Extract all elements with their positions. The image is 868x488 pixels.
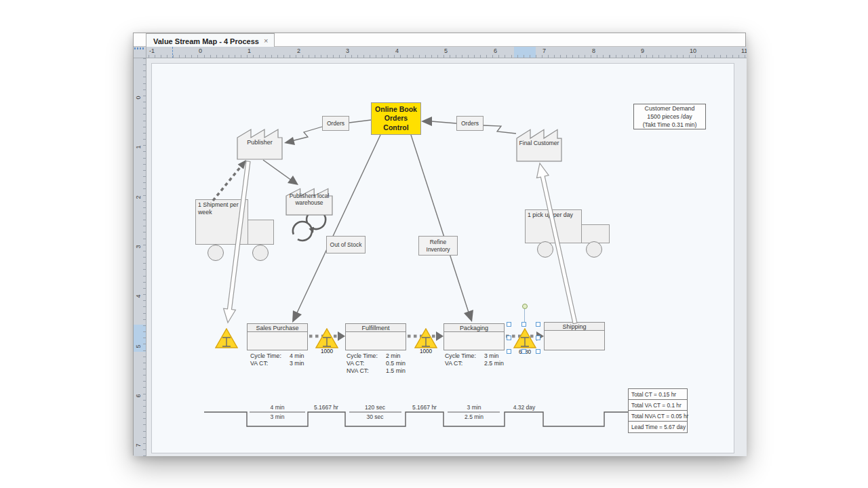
inventory-icon — [513, 328, 536, 348]
customer-demand-line: (Takt Time 0.31 min) — [634, 121, 705, 129]
drawing-canvas[interactable]: Online Book Orders Control Orders Orders… — [146, 58, 747, 456]
rotation-handle[interactable] — [522, 304, 528, 309]
selection-handle[interactable] — [507, 322, 511, 327]
tab-bar: Value Stream Map - 4 Process × — [134, 33, 745, 47]
stat-value: 2 min — [386, 352, 417, 360]
selection-handle[interactable] — [521, 322, 526, 327]
hruler-label: 0 — [199, 47, 202, 54]
vruler-label: 1 — [135, 142, 144, 152]
timeline-wait-time: 4.32 day — [500, 404, 548, 411]
control-center-box[interactable]: Online Book Orders Control — [371, 102, 421, 135]
final-customer-label: Final Customer — [516, 140, 562, 146]
stat-label: Cycle Time: — [347, 352, 386, 360]
orders-box-left[interactable]: Orders — [322, 116, 349, 131]
stats-packaging: Cycle Time:3 min VA CT:2.5 min — [445, 352, 515, 367]
customer-demand-line: Customer Demand — [634, 105, 705, 113]
process-shipping[interactable]: Shipping — [544, 322, 605, 350]
hruler-label: 7 — [542, 47, 546, 54]
publisher-label: Publisher — [237, 139, 283, 146]
out-of-stock-label: Out of Stock — [330, 241, 362, 248]
timeline-va-time: 30 sec — [351, 413, 399, 420]
truck-left-cab[interactable] — [248, 220, 274, 245]
customer-demand-line: 1500 pieces /day — [634, 113, 705, 121]
vruler-label: 5 — [135, 342, 144, 351]
timeline-cycle-time: 4 min — [254, 404, 301, 411]
summary-total-ct: Total CT = 0.15 hr — [629, 389, 687, 400]
timeline-wait-time: 5.1667 hr — [401, 404, 448, 411]
page-margin-guide — [172, 47, 173, 58]
inventory-triangle[interactable] — [414, 328, 437, 351]
refine-inventory-label: Refine Inventory — [419, 239, 457, 252]
customer-demand-box[interactable]: Customer Demand 1500 pieces /day (Takt T… — [633, 104, 706, 129]
stats-fulfillment: Cycle Time:2 min VA CT:0.5 min NVA CT:1.… — [347, 352, 417, 375]
ruler-selection-highlight-x — [514, 47, 536, 58]
selection-handle[interactable] — [507, 336, 511, 340]
hruler-label: 2 — [297, 47, 300, 54]
app-window: Value Stream Map - 4 Process × -1 0 1 2 … — [133, 33, 746, 455]
truck-right-trailer[interactable]: 1 pick up per day — [525, 209, 582, 243]
selection-handle[interactable] — [536, 322, 540, 327]
control-center-label: Online Book Orders Control — [374, 105, 418, 131]
process-packaging[interactable]: Packaging — [443, 323, 505, 350]
orders-box-right[interactable]: Orders — [456, 116, 484, 131]
process-fulfillment[interactable]: Fulfillment — [345, 323, 406, 350]
truck-left-wheel — [208, 245, 224, 261]
orders-right-label: Orders — [461, 120, 479, 127]
truck-left-trailer[interactable]: 1 Shipment per week — [195, 199, 248, 245]
stat-label: VA CT: — [445, 360, 484, 367]
page-origin-marks — [134, 47, 145, 49]
publisher-factory[interactable]: Publisher — [237, 126, 283, 160]
stat-label: VA CT: — [250, 360, 290, 367]
summary-lead-time: Lead Time = 5.67 day — [629, 422, 687, 432]
ruler-corner — [134, 47, 146, 58]
process-sales-purchase[interactable]: Sales Purchase — [247, 323, 308, 350]
inventory-count: 1000 — [315, 348, 338, 354]
tab-value-stream-map[interactable]: Value Stream Map - 4 Process × — [146, 33, 275, 47]
selection-handle[interactable] — [521, 349, 526, 354]
stat-value: 3 min — [290, 360, 321, 367]
truck-right-wheel — [586, 241, 602, 258]
inventory-triangle-selected[interactable] — [513, 328, 536, 351]
stat-value: 2.5 min — [484, 360, 515, 367]
timeline-cycle-time: 120 sec — [351, 404, 399, 411]
selection-handle[interactable] — [536, 349, 540, 354]
stat-label: Cycle Time: — [445, 352, 484, 360]
process-title: Shipping — [545, 323, 604, 331]
vruler-label: 4 — [135, 291, 144, 301]
inventory-icon — [414, 328, 437, 348]
vruler-label: 7 — [135, 441, 144, 450]
selection-handle[interactable] — [536, 336, 540, 340]
hruler-label: 11 — [741, 47, 747, 54]
summary-total-va-ct: Total VA CT = 0.1 hr — [629, 400, 687, 411]
warehouse-factory[interactable]: Publishers local warehouse — [285, 186, 333, 216]
warehouse-label: Publishers local warehouse — [285, 193, 333, 206]
timeline-summary-box[interactable]: Total CT = 0.15 hr Total VA CT = 0.1 hr … — [628, 388, 688, 433]
final-customer-factory[interactable]: Final Customer — [516, 126, 562, 162]
vruler-label: 0 — [135, 93, 144, 102]
truck-left-wheel — [252, 245, 269, 261]
inventory-icon — [315, 328, 338, 348]
timeline-wait-time: 5.1667 hr — [302, 404, 350, 411]
stat-label: NVA CT: — [347, 367, 386, 375]
truck-right-cab[interactable] — [581, 224, 610, 243]
selection-handle[interactable] — [507, 349, 511, 354]
truck-left-label: 1 Shipment per week — [198, 201, 246, 216]
vruler-label: 3 — [135, 242, 144, 251]
hruler-label: 4 — [395, 47, 399, 54]
vertical-ruler[interactable]: 0 1 2 3 4 5 6 7 — [134, 58, 146, 456]
horizontal-ruler[interactable]: -1 0 1 2 3 4 5 6 7 8 9 10 11 — [146, 47, 747, 58]
tab-title: Value Stream Map - 4 Process — [153, 37, 259, 45]
stat-value: 1.5 min — [386, 367, 417, 375]
tab-close-icon[interactable]: × — [264, 37, 268, 45]
refine-inventory-box[interactable]: Refine Inventory — [418, 236, 458, 256]
hruler-label: 5 — [444, 47, 448, 54]
out-of-stock-box[interactable]: Out of Stock — [326, 236, 366, 253]
inventory-triangle[interactable] — [315, 328, 338, 351]
truck-right-label: 1 pick up per day — [528, 211, 580, 219]
timeline-cycle-time: 3 min — [450, 404, 498, 411]
hruler-label: -1 — [149, 47, 155, 54]
stat-label: VA CT: — [347, 360, 386, 367]
hruler-label: 8 — [592, 47, 595, 54]
inventory-triangle[interactable] — [215, 328, 238, 351]
timeline-va-time: 2.5 min — [450, 413, 498, 420]
